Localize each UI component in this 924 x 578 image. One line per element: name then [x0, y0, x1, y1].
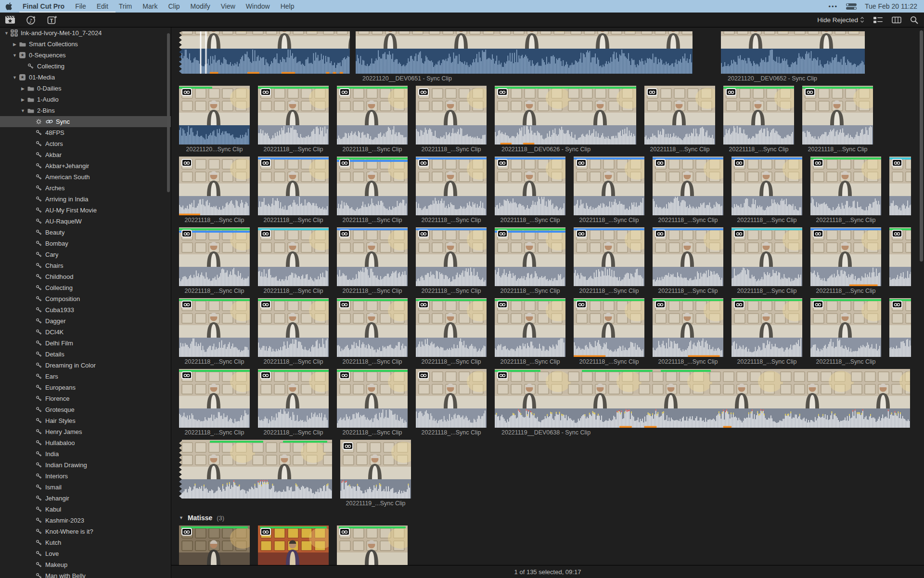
- clip-thumbnail[interactable]: [179, 157, 250, 215]
- keyword-collection-akbar[interactable]: Akbar: [0, 149, 171, 160]
- keyword-collection-makeup[interactable]: Makeup: [0, 559, 171, 570]
- menu-item-modify[interactable]: Modify: [185, 0, 216, 13]
- keyword-collection-collecting[interactable]: Collecting: [0, 282, 171, 293]
- keyword-collection-delhi-film[interactable]: Delhi Film: [0, 338, 171, 349]
- clip-thumbnail[interactable]: [889, 227, 911, 286]
- clip-thumbnail[interactable]: [495, 86, 636, 144]
- sidebar-item-0-dailies[interactable]: ▶0-Dailies: [0, 83, 171, 94]
- menu-item-edit[interactable]: Edit: [91, 0, 114, 13]
- clip-thumbnail[interactable]: [653, 298, 723, 357]
- disclosure-triangle[interactable]: ▼: [179, 515, 183, 520]
- sidebar-item-2-bins[interactable]: ▼2-Bins: [0, 105, 171, 116]
- menu-item-file[interactable]: File: [70, 0, 91, 13]
- keyword-collection-actors[interactable]: Actors: [0, 138, 171, 149]
- clip-thumbnail[interactable]: [340, 440, 411, 499]
- clip-thumbnail[interactable]: [574, 298, 644, 357]
- titles-browser-icon[interactable]: T: [47, 15, 58, 25]
- sidebar-scrollbar[interactable]: [167, 33, 170, 192]
- browser-scrollbar[interactable]: [920, 30, 923, 262]
- clip-thumbnail[interactable]: [495, 157, 565, 215]
- clip-thumbnail[interactable]: [732, 298, 802, 357]
- keyword-collection-arches[interactable]: Arches: [0, 183, 171, 194]
- clip-thumbnail[interactable]: [179, 86, 250, 144]
- clip-thumbnail[interactable]: [356, 31, 693, 74]
- clip-thumbnail[interactable]: [723, 86, 794, 144]
- clip-thumbnail[interactable]: [258, 298, 329, 357]
- keyword-collection-europeans[interactable]: Europeans: [0, 382, 171, 393]
- clip-thumbnail[interactable]: [495, 227, 565, 286]
- clip-thumbnail[interactable]: [258, 369, 329, 428]
- keyword-collection-henry-james[interactable]: Henry James: [0, 426, 171, 437]
- menu-item-help[interactable]: Help: [275, 0, 300, 13]
- clip-thumbnail[interactable]: [810, 298, 881, 357]
- keyword-collection-childhood[interactable]: Childhood: [0, 271, 171, 282]
- clip-thumbnail[interactable]: [495, 298, 565, 357]
- clip-thumbnail[interactable]: [416, 298, 487, 357]
- sidebar-item-1-audio[interactable]: ▶1-Audio: [0, 94, 171, 105]
- clip-thumbnail[interactable]: [810, 227, 881, 286]
- clip-thumbnail[interactable]: [258, 86, 329, 144]
- keyword-collection-ismail[interactable]: Ismail: [0, 482, 171, 493]
- keyword-collection-love[interactable]: Love: [0, 548, 171, 559]
- keyword-collection-arriving-in-india[interactable]: Arriving in India: [0, 194, 171, 205]
- keyword-collection-composition[interactable]: Composition: [0, 293, 171, 304]
- keyword-collection-hair-styles[interactable]: Hair Styles: [0, 415, 171, 426]
- smart-collection-sync[interactable]: Sync: [0, 116, 171, 127]
- keyword-collection-chairs[interactable]: Chairs: [0, 260, 171, 271]
- keyword-collection-jehangir[interactable]: Jehangir: [0, 493, 171, 504]
- keyword-collection-indian-drawing[interactable]: Indian Drawing: [0, 460, 171, 471]
- sidebar-item-smart-collections[interactable]: ▶Smart Collections: [0, 39, 171, 50]
- clip-thumbnail[interactable]: [179, 31, 350, 74]
- keyword-collection-florence[interactable]: Florence: [0, 393, 171, 404]
- keyword-collection-dagger[interactable]: Dagger: [0, 315, 171, 327]
- playhead-line[interactable]: [200, 31, 201, 74]
- keyword-collection-akbar-jehangir[interactable]: Akbar+Jehangir: [0, 160, 171, 171]
- keyword-collection-india[interactable]: India: [0, 448, 171, 460]
- clip-thumbnail[interactable]: [889, 298, 911, 357]
- menu-item-trim[interactable]: Trim: [114, 0, 137, 13]
- menu-item-window[interactable]: Window: [241, 0, 275, 13]
- keyword-collection-collecting[interactable]: Collecting: [0, 61, 171, 72]
- clip-thumbnail[interactable]: [179, 298, 250, 357]
- clip-thumbnail[interactable]: [416, 369, 487, 428]
- clip-thumbnail[interactable]: [337, 157, 408, 215]
- clip-thumbnail[interactable]: [179, 369, 250, 428]
- clip-appearance-icon[interactable]: [873, 16, 883, 24]
- clip-thumbnail[interactable]: [258, 157, 329, 215]
- clip-thumbnail[interactable]: [644, 86, 715, 144]
- clip-thumbnail[interactable]: [653, 227, 723, 286]
- view-toggle-icon[interactable]: [892, 16, 901, 24]
- audio-browser-icon[interactable]: ♪: [26, 15, 37, 25]
- clip-thumbnail[interactable]: [889, 157, 911, 215]
- disclosure-triangle[interactable]: ▼: [19, 108, 26, 113]
- keyword-collection-kabul[interactable]: Kabul: [0, 504, 171, 515]
- control-center-icon[interactable]: [846, 3, 857, 10]
- keyword-collection-ears[interactable]: Ears: [0, 371, 171, 382]
- keyword-collection-au-raquelw[interactable]: AU-RaquelW: [0, 216, 171, 227]
- menu-item-mark[interactable]: Mark: [137, 0, 163, 13]
- clip-thumbnail[interactable]: [810, 157, 881, 215]
- clip-thumbnail[interactable]: [179, 227, 250, 286]
- clip-thumbnail[interactable]: [337, 227, 408, 286]
- disclosure-triangle[interactable]: ▶: [11, 42, 18, 47]
- media-browser-icon[interactable]: [5, 15, 15, 24]
- clip-thumbnail[interactable]: [732, 227, 802, 286]
- search-icon[interactable]: [910, 16, 918, 24]
- keyword-collection-beauty[interactable]: Beauty: [0, 227, 171, 238]
- keyword-collection-interiors[interactable]: Interiors: [0, 471, 171, 482]
- keyword-collection-cuba1933[interactable]: Cuba1933: [0, 304, 171, 315]
- keyword-collection-kutch[interactable]: Kutch: [0, 537, 171, 548]
- keyword-collection-american-south[interactable]: American South: [0, 171, 171, 183]
- menu-item-clip[interactable]: Clip: [163, 0, 185, 13]
- menu-item-final-cut-pro[interactable]: Final Cut Pro: [17, 0, 70, 13]
- clip-thumbnail[interactable]: [416, 86, 487, 144]
- keyword-collection-48fps[interactable]: 48FPS: [0, 127, 171, 138]
- keyword-collection-dci4k[interactable]: DCI4K: [0, 327, 171, 338]
- disclosure-triangle[interactable]: ▼: [11, 75, 18, 80]
- keyword-collection-details[interactable]: Details: [0, 349, 171, 360]
- sidebar-item-01-media[interactable]: ▼★01-Media: [0, 72, 171, 83]
- menu-item-view[interactable]: View: [216, 0, 241, 13]
- clip-thumbnail[interactable]: [337, 86, 408, 144]
- keyword-collection-knot-where-is-it-[interactable]: Knot-Where is it?: [0, 526, 171, 537]
- menu-clock[interactable]: Tue Feb 20 11:22: [865, 2, 917, 10]
